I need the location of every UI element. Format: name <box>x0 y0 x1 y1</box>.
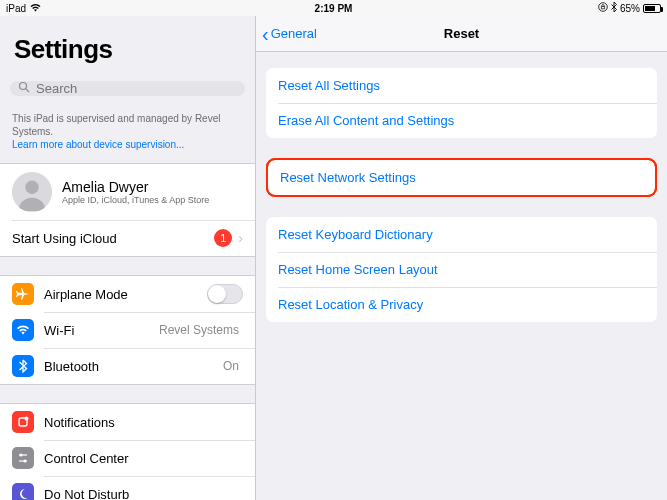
chevron-right-icon: › <box>238 230 243 246</box>
detail-navbar: ‹ General Reset <box>256 16 667 52</box>
wifi-icon <box>30 3 41 14</box>
reset-keyboard-dictionary[interactable]: Reset Keyboard Dictionary <box>266 217 657 252</box>
avatar <box>12 172 52 212</box>
detail-pane: ‹ General Reset Reset All Settings Erase… <box>256 16 667 500</box>
clock: 2:19 PM <box>315 3 353 14</box>
device-name: iPad <box>6 3 26 14</box>
start-icloud-label: Start Using iCloud <box>12 231 214 246</box>
supervision-link[interactable]: Learn more about device supervision... <box>12 139 184 150</box>
notifications-icon <box>12 411 34 433</box>
moon-icon <box>12 483 34 500</box>
airplane-toggle[interactable] <box>207 284 243 304</box>
search-input[interactable] <box>36 81 237 96</box>
control-center-icon <box>12 447 34 469</box>
chevron-left-icon: ‹ <box>262 24 269 44</box>
notifications-cell[interactable]: Notifications <box>0 404 255 440</box>
battery-percent: 65% <box>620 3 640 14</box>
svg-point-5 <box>25 417 29 421</box>
system-group: Notifications Control Center Do Not Dist… <box>0 403 255 500</box>
settings-sidebar: Settings This iPad is supervised and man… <box>0 16 256 500</box>
erase-all-content[interactable]: Erase All Content and Settings <box>266 103 657 138</box>
search-field[interactable] <box>10 81 245 96</box>
svg-point-0 <box>599 3 608 12</box>
reset-home-screen[interactable]: Reset Home Screen Layout <box>266 252 657 287</box>
reset-group-2: Reset Network Settings <box>268 160 655 195</box>
bluetooth-settings-icon <box>12 355 34 377</box>
bluetooth-cell[interactable]: Bluetooth On <box>0 348 255 384</box>
page-title: Settings <box>14 34 241 65</box>
search-icon <box>18 81 30 96</box>
bluetooth-detail: On <box>223 359 239 373</box>
svg-line-2 <box>26 89 29 92</box>
connectivity-group: Airplane Mode Wi-Fi Revel Systems Blueto… <box>0 275 255 385</box>
start-icloud-cell[interactable]: Start Using iCloud 1 › <box>0 220 255 256</box>
wifi-detail: Revel Systems <box>159 323 239 337</box>
reset-location-privacy[interactable]: Reset Location & Privacy <box>266 287 657 322</box>
control-center-cell[interactable]: Control Center <box>0 440 255 476</box>
wifi-settings-icon <box>12 319 34 341</box>
account-name: Amelia Dwyer <box>62 179 209 196</box>
svg-point-7 <box>20 454 23 457</box>
dnd-cell[interactable]: Do Not Disturb <box>0 476 255 500</box>
battery-icon <box>643 4 661 13</box>
reset-group-1: Reset All Settings Erase All Content and… <box>266 68 657 138</box>
svg-point-3 <box>25 181 38 194</box>
back-button[interactable]: ‹ General <box>256 24 317 44</box>
status-bar: iPad 2:19 PM 65% <box>0 0 667 16</box>
account-group: Amelia Dwyer Apple ID, iCloud, iTunes & … <box>0 163 255 257</box>
icloud-badge: 1 <box>214 229 232 247</box>
wifi-cell[interactable]: Wi-Fi Revel Systems <box>0 312 255 348</box>
detail-title: Reset <box>444 26 479 41</box>
svg-point-1 <box>20 83 27 90</box>
airplane-icon <box>12 283 34 305</box>
apple-id-cell[interactable]: Amelia Dwyer Apple ID, iCloud, iTunes & … <box>0 164 255 220</box>
reset-network-settings[interactable]: Reset Network Settings <box>268 160 655 195</box>
airplane-cell[interactable]: Airplane Mode <box>0 276 255 312</box>
svg-point-9 <box>24 460 27 463</box>
supervised-notice: This iPad is supervised and managed by R… <box>0 106 255 163</box>
reset-group-3: Reset Keyboard Dictionary Reset Home Scr… <box>266 217 657 322</box>
bluetooth-icon <box>611 2 617 14</box>
reset-all-settings[interactable]: Reset All Settings <box>266 68 657 103</box>
orientation-lock-icon <box>598 2 608 14</box>
account-sub: Apple ID, iCloud, iTunes & App Store <box>62 195 209 205</box>
